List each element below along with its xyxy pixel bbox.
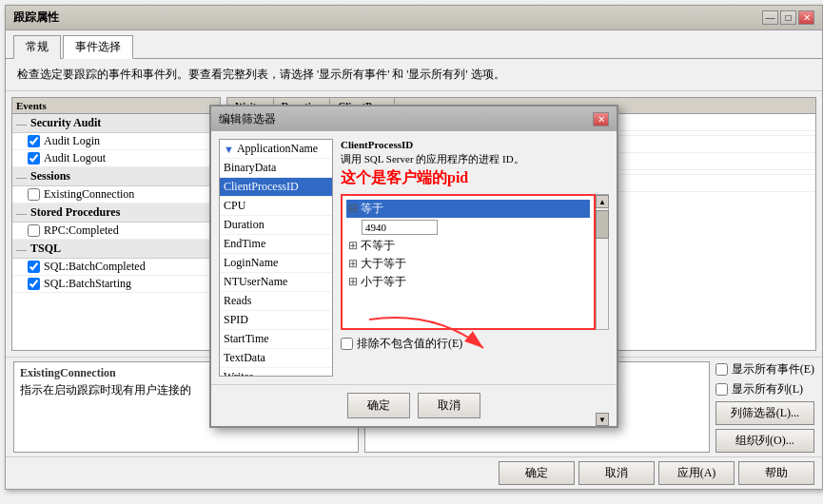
tree-expand-notequals[interactable]: ⊞ [348,239,358,253]
modal-title-bar: 编辑筛选器 ✕ [211,107,617,131]
show-all-cols-label: 显示所有列(L) [732,381,803,397]
show-all-events-checkbox[interactable] [715,363,728,376]
list-item-applicationname[interactable]: ▼ ApplicationName [220,140,332,159]
list-item-reads[interactable]: Reads [220,292,332,311]
list-item-endtime[interactable]: EndTime [220,235,332,254]
tab-general[interactable]: 常规 [13,35,61,59]
list-item-starttime[interactable]: StartTime [220,330,332,349]
tab-event-selection[interactable]: 事件选择 [63,35,133,59]
show-all-cols-checkbox[interactable] [715,383,728,396]
scrollbar-up-btn[interactable]: ▲ [596,195,609,208]
list-item-cpu[interactable]: CPU [220,197,332,216]
event-checkbox-audit-login[interactable] [28,135,40,147]
event-item-existing-connection[interactable]: ExistingConnection [12,186,220,204]
apply-button[interactable]: 应用(A) [658,461,735,485]
filter-icon-applicationname: ▼ [224,144,234,155]
event-item-sql-batch-completed[interactable]: SQL:BatchCompleted [12,259,220,276]
list-item-spid[interactable]: SPID [220,311,332,330]
modal-desc-text: 调用 SQL Server 的应用程序的进程 ID。 [341,152,609,166]
list-item-textdata[interactable]: TextData [220,349,332,368]
scrollbar-down-btn[interactable]: ▼ [596,413,609,426]
minimize-button[interactable]: — [762,10,778,25]
event-item-audit-login[interactable]: Audit Login [12,133,220,150]
show-all-events-label: 显示所有事件(E) [732,361,814,378]
category-security-audit: Security Audit [12,114,220,133]
event-item-rpc-completed[interactable]: RPC:Completed [12,223,220,240]
window-title: 跟踪属性 [13,10,59,26]
list-item-clientprocessid[interactable]: ClientProcessID [220,178,332,197]
arrow-area [341,358,609,377]
event-checkbox-sql-batch-starting[interactable] [28,278,40,290]
footer-row: 确定 取消 应用(A) 帮助 [6,456,822,489]
event-item-audit-logout[interactable]: Audit Logout [12,150,220,167]
list-item-duration[interactable]: Duration [220,216,332,235]
right-buttons-area: 显示所有事件(E) 显示所有列(L) 列筛选器(L)... 组织列(O)... [715,361,814,453]
modal-desc-title: ClientProcessID [341,139,609,150]
filter-tree-scrollbar[interactable]: ▲ ▼ [596,194,609,330]
modal-content: ▼ ApplicationName BinaryData ClientProce… [211,131,617,384]
scrollbar-thumb[interactable] [596,210,609,239]
ok-button[interactable]: 确定 [499,461,575,485]
event-item-sql-batch-starting[interactable]: SQL:BatchStarting [12,276,220,293]
tree-expand-lte[interactable]: ⊞ [348,275,358,289]
event-checkbox-audit-logout[interactable] [28,152,40,165]
organize-columns-button[interactable]: 组织列(O)... [715,429,814,453]
category-tsql: TSQL [12,240,220,259]
modal-title: 编辑筛选器 [219,111,276,127]
tree-item-gte[interactable]: ⊞ 大于等于 [346,255,590,273]
help-button[interactable]: 帮助 [738,461,814,485]
maximize-button[interactable]: □ [780,10,796,25]
list-item-binarydata[interactable]: BinaryData [220,159,332,178]
filter-value-input[interactable] [362,220,438,235]
tree-item-notequals[interactable]: ⊞ 不等于 [346,237,590,255]
arrow-svg [360,310,550,367]
list-item-ntusername[interactable]: NTUserName [220,273,332,292]
exclude-null-checkbox[interactable] [341,338,353,350]
close-button[interactable]: ✕ [798,10,814,25]
tree-item-lte[interactable]: ⊞ 小于等于 [346,273,590,291]
cancel-button[interactable]: 取消 [578,461,655,485]
event-checkbox-sql-batch-completed[interactable] [28,261,40,273]
modal-dialog: 编辑筛选器 ✕ ▼ ApplicationName BinaryData Cli… [209,105,618,428]
modal-cancel-button[interactable]: 取消 [418,393,480,418]
window-controls: — □ ✕ [762,10,814,25]
list-item-writes[interactable]: Writes [220,368,332,377]
list-item-loginname[interactable]: LoginName [220,254,332,273]
tab-description: 检查选定要跟踪的事件和事件列。要查看完整列表，请选择 '显示所有事件' 和 '显… [6,59,822,91]
event-checkbox-existing-connection[interactable] [28,188,40,201]
tree-item-equals[interactable]: ⊟ 等于 [346,200,590,218]
tree-expand-gte[interactable]: ⊞ [348,257,358,271]
modal-description-area: ClientProcessID 调用 SQL Server 的应用程序的进程 I… [341,139,609,188]
tabs-bar: 常规 事件选择 [6,30,822,59]
events-header: Events [12,98,220,114]
category-stored-procedures: Stored Procedures [12,204,220,223]
category-sessions: Sessions [12,167,220,186]
modal-left-list[interactable]: ▼ ApplicationName BinaryData ClientProce… [219,139,333,377]
title-bar: 跟踪属性 — □ ✕ [6,6,822,30]
modal-close-button[interactable]: ✕ [593,112,609,126]
tree-input-area-equals [346,218,590,237]
tree-expand-equals[interactable]: ⊟ [348,202,358,216]
annotation-text: 这个是客户端的pid [341,168,609,188]
modal-footer: 确定 取消 [211,384,617,426]
modal-ok-button[interactable]: 确定 [347,393,410,418]
events-panel[interactable]: Events Security Audit Audit Login Audit … [11,97,221,351]
column-filter-button[interactable]: 列筛选器(L)... [715,401,814,425]
event-checkbox-rpc-completed[interactable] [28,224,40,237]
modal-right: ClientProcessID 调用 SQL Server 的应用程序的进程 I… [341,139,609,377]
